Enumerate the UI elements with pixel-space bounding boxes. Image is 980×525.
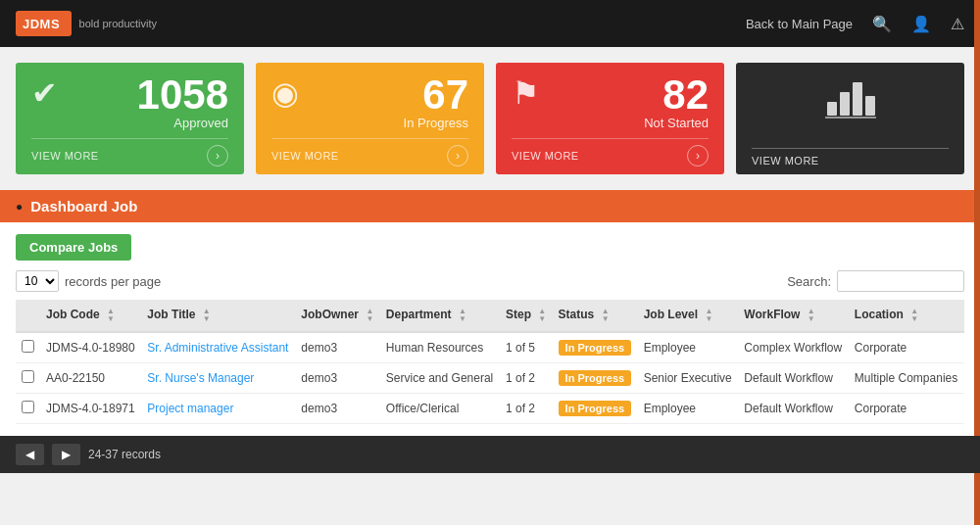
inprogress-label: In Progress xyxy=(404,116,468,130)
checkbox-input[interactable] xyxy=(22,401,34,413)
notstarted-view-more[interactable]: VIEW MORE xyxy=(512,150,579,162)
job-title-link[interactable]: Sr. Administrative Assistant xyxy=(147,341,288,355)
status-badge: In Progress xyxy=(559,370,632,386)
records-per-page-label: records per page xyxy=(65,274,161,289)
inprogress-arrow-icon[interactable]: › xyxy=(447,145,468,167)
row-job-title[interactable]: Sr. Administrative Assistant xyxy=(141,332,295,363)
header-right: Back to Main Page 🔍 👤 ⚠ xyxy=(746,15,964,33)
row-job-owner: demo3 xyxy=(295,332,379,363)
sort-arrows-location[interactable]: ▲▼ xyxy=(910,308,918,323)
row-step: 1 of 2 xyxy=(500,363,553,394)
row-location: Multiple Companies xyxy=(849,363,964,394)
pagination-area: ◀ ▶ 24-37 records xyxy=(0,436,980,473)
page-info: 24-37 records xyxy=(88,448,161,461)
th-step: Step ▲▼ xyxy=(500,300,553,332)
search-input[interactable] xyxy=(837,270,964,292)
row-job-title[interactable]: Project manager xyxy=(141,394,295,424)
chart-view-more[interactable]: VIEW MORE xyxy=(752,155,819,167)
back-to-main-link[interactable]: Back to Main Page xyxy=(746,17,853,31)
notstarted-label: Not Started xyxy=(644,116,709,130)
stat-card-top-chart xyxy=(752,74,949,121)
row-workflow: Default Workflow xyxy=(738,363,849,394)
row-department: Office/Clerical xyxy=(380,394,500,424)
sort-arrows-step[interactable]: ▲▼ xyxy=(538,308,546,323)
search-icon[interactable]: 🔍 xyxy=(872,15,892,33)
job-title-link[interactable]: Sr. Nurse's Manager xyxy=(147,371,254,385)
stat-card-approved[interactable]: ✔ 1058 Approved VIEW MORE › xyxy=(16,63,244,174)
stat-bottom-inprogress: VIEW MORE › xyxy=(271,138,468,167)
stat-number-area-approved: 1058 Approved xyxy=(137,74,228,130)
svg-rect-4 xyxy=(825,117,876,119)
row-workflow: Complex Workflow xyxy=(738,332,849,363)
stat-card-chart[interactable]: VIEW MORE xyxy=(736,63,964,174)
row-job-level: Employee xyxy=(638,332,739,363)
row-job-code: JDMS-4.0-18980 xyxy=(40,332,141,363)
notstarted-arrow-icon[interactable]: › xyxy=(687,145,709,167)
prev-page-button[interactable]: ◀ xyxy=(16,444,44,465)
search-label: Search: xyxy=(787,274,831,289)
records-per-page-select[interactable]: 10 25 50 xyxy=(16,270,59,292)
row-status: In Progress xyxy=(553,394,638,424)
sort-arrows-job-code[interactable]: ▲▼ xyxy=(107,308,115,323)
sort-arrows-workflow[interactable]: ▲▼ xyxy=(808,308,815,323)
dashboard-body: Compare Jobs 10 25 50 records per page S… xyxy=(0,222,980,436)
inprogress-view-more[interactable]: VIEW MORE xyxy=(271,150,339,162)
approved-icon: ✔ xyxy=(31,74,58,112)
th-job-title: Job Title ▲▼ xyxy=(141,300,295,332)
checkbox-input[interactable] xyxy=(22,340,34,353)
dashboard-dot-icon: ● xyxy=(16,200,23,214)
stat-card-notstarted[interactable]: ⚑ 82 Not Started VIEW MORE › xyxy=(496,63,724,174)
dashboard-title: Dashboard Job xyxy=(30,198,137,215)
svg-rect-1 xyxy=(840,92,850,116)
approved-label: Approved xyxy=(137,116,228,130)
status-badge: In Progress xyxy=(559,401,632,416)
sort-arrows-job-title[interactable]: ▲▼ xyxy=(203,308,211,323)
th-job-level: Job Level ▲▼ xyxy=(638,300,739,332)
logo-text: JDMS xyxy=(23,18,60,32)
sort-arrows-status[interactable]: ▲▼ xyxy=(602,308,610,323)
jobs-table: Job Code ▲▼ Job Title ▲▼ JobOwner ▲▼ Dep… xyxy=(16,300,964,424)
row-job-title[interactable]: Sr. Nurse's Manager xyxy=(141,363,295,394)
row-checkbox[interactable] xyxy=(16,394,40,424)
row-step: 1 of 2 xyxy=(500,394,553,424)
compare-jobs-button[interactable]: Compare Jobs xyxy=(16,234,131,261)
stat-card-top-inprogress: ◉ 67 In Progress xyxy=(271,74,468,130)
sort-arrows-department[interactable]: ▲▼ xyxy=(459,308,466,323)
svg-rect-0 xyxy=(827,102,837,116)
row-workflow: Default Workflow xyxy=(738,394,849,424)
row-status: In Progress xyxy=(553,332,638,363)
next-page-button[interactable]: ▶ xyxy=(52,444,80,465)
table-row: JDMS-4.0-18971 Project manager demo3 Off… xyxy=(16,394,964,424)
approved-arrow-icon[interactable]: › xyxy=(207,145,228,167)
search-row: Search: xyxy=(787,270,964,292)
table-row: JDMS-4.0-18980 Sr. Administrative Assist… xyxy=(16,332,964,363)
dashboard-header: ● Dashboard Job xyxy=(0,190,980,222)
row-department: Service and General xyxy=(380,363,500,394)
sort-arrows-job-level[interactable]: ▲▼ xyxy=(705,308,712,323)
job-title-link[interactable]: Project manager xyxy=(147,402,233,415)
th-department: Department ▲▼ xyxy=(380,300,500,332)
stat-card-top-notstarted: ⚑ 82 Not Started xyxy=(512,74,709,130)
dashboard-section: ● Dashboard Job Compare Jobs 10 25 50 re… xyxy=(0,190,980,436)
stat-number-area-notstarted: 82 Not Started xyxy=(644,74,709,130)
row-checkbox[interactable] xyxy=(16,332,40,363)
inprogress-icon: ◉ xyxy=(271,74,299,112)
row-job-level: Senior Executive xyxy=(638,363,739,394)
alert-icon[interactable]: ⚠ xyxy=(951,15,964,33)
stat-card-inprogress[interactable]: ◉ 67 In Progress VIEW MORE › xyxy=(256,63,484,174)
approved-view-more[interactable]: VIEW MORE xyxy=(31,150,99,162)
chart-bar-svg xyxy=(825,74,876,121)
checkbox-input[interactable] xyxy=(22,370,34,383)
chart-icon xyxy=(752,74,949,121)
row-department: Human Resources xyxy=(380,332,500,363)
header-left: JDMS* bold productivity xyxy=(16,11,157,35)
row-checkbox[interactable] xyxy=(16,363,40,394)
table-row: AA0-22150 Sr. Nurse's Manager demo3 Serv… xyxy=(16,363,964,394)
user-icon[interactable]: 👤 xyxy=(911,15,931,33)
sort-arrows-job-owner[interactable]: ▲▼ xyxy=(366,308,373,323)
th-workflow: WorkFlow ▲▼ xyxy=(738,300,849,332)
table-header: Job Code ▲▼ Job Title ▲▼ JobOwner ▲▼ Dep… xyxy=(16,300,964,332)
header: JDMS* bold productivity Back to Main Pag… xyxy=(0,0,980,47)
svg-rect-2 xyxy=(853,82,862,116)
stats-row: ✔ 1058 Approved VIEW MORE › ◉ 67 In Prog… xyxy=(0,47,980,190)
